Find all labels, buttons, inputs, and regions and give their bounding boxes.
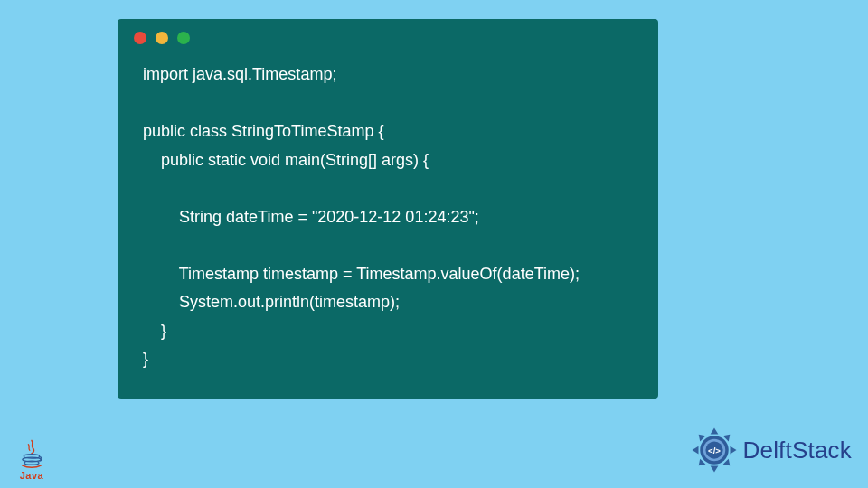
delftstack-logo: </> DelftStack [689, 425, 853, 475]
code-block: import java.sql.Timestamp; public class … [118, 52, 658, 374]
svg-marker-5 [730, 446, 736, 455]
delftstack-gear-icon: </> [689, 425, 740, 475]
delftstack-label: DelftStack [743, 436, 853, 465]
java-logo: Java [13, 439, 51, 481]
svg-marker-9 [692, 446, 698, 455]
java-cup-icon [17, 439, 46, 468]
window-dot-green [177, 32, 190, 44]
window-dot-red [134, 32, 146, 44]
svg-marker-3 [710, 428, 718, 435]
java-logo-label: Java [13, 470, 51, 481]
window-titlebar [118, 19, 658, 52]
svg-text:</>: </> [708, 446, 721, 455]
svg-point-2 [24, 461, 39, 465]
window-dot-yellow [156, 32, 168, 44]
svg-marker-7 [710, 466, 718, 473]
code-window: import java.sql.Timestamp; public class … [118, 19, 658, 399]
